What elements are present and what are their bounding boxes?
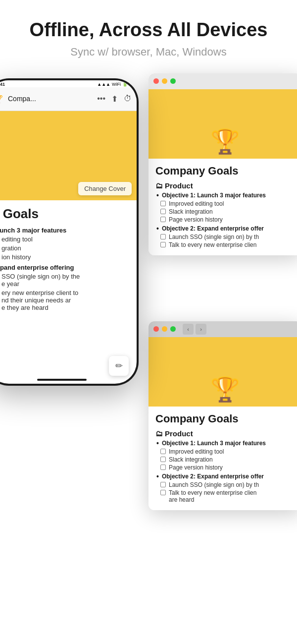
window2-checkbox3: Page version history — [155, 464, 295, 471]
window1-checkbox3: Page version history — [155, 216, 295, 223]
phone-nav-bar: 🏆 Compa... ••• ⬆ ⏱ — [0, 87, 137, 111]
window1-checkbox5: Talk to every new enterprise clien — [155, 241, 295, 248]
main-title: Offline, Across All Devices — [10, 20, 287, 41]
window-titlebar-2: ‹ › — [148, 321, 297, 337]
phone-tab-actions: ••• ⬆ ⏱ — [97, 94, 132, 104]
minimize-window2-button[interactable] — [162, 326, 167, 332]
win-checkbox-4[interactable] — [160, 234, 166, 239]
bullet-dot-4: • — [156, 472, 159, 480]
win2-checkbox-5[interactable] — [160, 490, 166, 495]
window2-body: Company Goals 🗂 Product • Objective 1: L… — [148, 407, 297, 510]
window1-objective1: • Objective 1: Launch 3 major features — [155, 192, 295, 199]
win-checkbox-1[interactable] — [160, 201, 166, 206]
window2-objective2: • Objective 2: Expand enterprise offer — [155, 473, 295, 480]
phone-item5: ery new enterprise client to nd their un… — [0, 289, 132, 311]
desktop-window-1: 🏆 Company Goals 🗂 Product • Objective 1:… — [148, 73, 297, 255]
win-checkbox-5[interactable] — [160, 242, 166, 247]
window2-section-header: 🗂 Product — [155, 429, 295, 438]
home-indicator — [37, 379, 87, 381]
window-titlebar-1 — [148, 73, 297, 89]
maximize-window2-button[interactable] — [170, 326, 176, 332]
window1-checkbox2: Slack integration — [155, 208, 295, 215]
section-icon-1: 🗂 — [155, 181, 163, 190]
win-checkbox-2[interactable] — [160, 209, 166, 214]
forward-button[interactable]: › — [196, 324, 206, 335]
phone-item2: gration — [0, 244, 132, 252]
window1-objective2: • Objective 2: Expand enterprise offer — [155, 225, 295, 233]
phone-item4: SSO (single sign on) by the e year — [0, 273, 132, 288]
phone-doc-content: y Goals Launch 3 major features editing … — [0, 200, 137, 357]
maximize-window-button[interactable] — [170, 78, 176, 84]
change-cover-button[interactable]: Change Cover — [78, 182, 132, 195]
phone-cover: Change Cover — [0, 111, 137, 200]
window1-body: Company Goals 🗂 Product • Objective 1: L… — [148, 159, 297, 255]
phone-objective1: Launch 3 major features — [0, 227, 132, 234]
back-button[interactable]: ‹ — [183, 324, 194, 335]
header-section: Offline, Across All Devices Sync w/ brow… — [0, 0, 297, 68]
window1-cover: 🏆 — [148, 89, 297, 159]
desktop-window-2: ‹ › 🏆 Company Goals 🗂 Product • Objectiv… — [148, 321, 297, 510]
page-tab-label: Compa... — [8, 95, 93, 103]
phone-doc-title: y Goals — [0, 206, 132, 222]
win2-checkbox-2[interactable] — [160, 457, 166, 462]
phone-objective2: Expand enterprise offering — [0, 264, 132, 271]
section-label-1: Product — [165, 181, 193, 190]
trophy-icon-2: 🏆 — [210, 378, 240, 402]
window2-checkbox4: Launch SSO (single sign on) by th — [155, 481, 295, 488]
more-options-icon[interactable]: ••• — [97, 94, 105, 103]
window1-checkbox1: Improved editing tool — [155, 200, 295, 207]
window1-section-header: 🗂 Product — [155, 181, 295, 190]
phone-inner: 9:41 ▲▲▲ WiFi 🔋 🏆 Compa... ••• ⬆ ⏱ — [0, 80, 137, 384]
window1-checkbox4: Launch SSO (single sign on) by th — [155, 234, 295, 240]
minimize-window-button[interactable] — [162, 78, 167, 84]
window2-checkbox2: Slack integration — [155, 456, 295, 463]
window1-doc-title: Company Goals — [155, 165, 295, 177]
window2-objective1: • Objective 1: Launch 3 major features — [155, 440, 295, 447]
history-icon[interactable]: ⏱ — [124, 94, 132, 103]
win2-checkbox-4[interactable] — [160, 482, 166, 487]
window2-checkbox5: Talk to every new enterprise clien are h… — [155, 489, 295, 503]
bullet-dot-3: • — [156, 439, 159, 447]
window2-cover: 🏆 — [148, 337, 297, 407]
page-icon: 🏆 — [0, 93, 4, 105]
section-icon-2: 🗂 — [155, 429, 163, 438]
main-subtitle: Sync w/ browser, Mac, Windows — [10, 46, 287, 59]
trophy-icon-1: 🏆 — [210, 130, 240, 154]
window2-nav-buttons: ‹ › — [183, 324, 206, 335]
win-checkbox-3[interactable] — [160, 217, 166, 222]
phone-item3: ion history — [0, 253, 132, 261]
win2-checkbox-3[interactable] — [160, 465, 166, 470]
edit-fab-button[interactable]: ✏ — [109, 356, 129, 376]
devices-container: 9:41 ▲▲▲ WiFi 🔋 🏆 Compa... ••• ⬆ ⏱ — [0, 73, 297, 609]
phone-mockup: 9:41 ▲▲▲ WiFi 🔋 🏆 Compa... ••• ⬆ ⏱ — [0, 78, 139, 386]
phone-item1: editing tool — [0, 235, 132, 243]
share-icon[interactable]: ⬆ — [111, 94, 118, 104]
win2-checkbox-1[interactable] — [160, 449, 166, 454]
close-window-button[interactable] — [153, 78, 159, 84]
section-label-2: Product — [165, 429, 193, 438]
bullet-dot-1: • — [156, 191, 159, 199]
window2-checkbox1: Improved editing tool — [155, 448, 295, 455]
bullet-dot-2: • — [156, 225, 159, 233]
window2-doc-title: Company Goals — [155, 412, 295, 425]
close-window2-button[interactable] — [153, 326, 159, 332]
